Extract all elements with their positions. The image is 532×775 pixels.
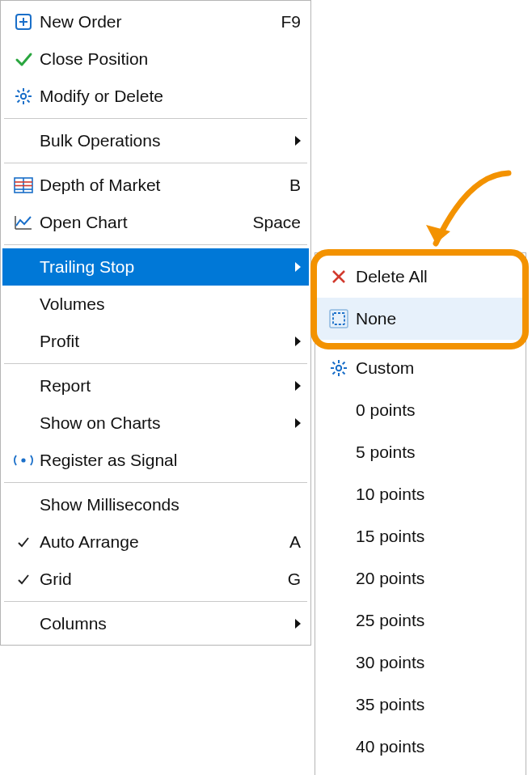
menu-item-show-on-charts[interactable]: Show on Charts: [2, 404, 309, 442]
context-menu: New Order F9 Close Position: [0, 0, 311, 646]
submenu-item-points[interactable]: 10 points: [317, 473, 524, 515]
menu-separator: [319, 343, 522, 344]
submenu-arrow-icon: [295, 619, 301, 629]
svg-point-22: [336, 366, 341, 371]
svg-line-30: [343, 362, 345, 365]
menu-label: Report: [40, 376, 287, 396]
signal-icon: [7, 453, 40, 468]
submenu-label: None: [356, 309, 516, 328]
submenu-item-points[interactable]: 15 points: [317, 515, 524, 557]
svg-line-10: [18, 100, 20, 103]
checkmark-icon: [7, 572, 40, 587]
submenu-label: 25 points: [356, 611, 516, 630]
menu-label: Volumes: [40, 294, 301, 314]
svg-point-17: [21, 458, 25, 462]
menu-separator: [4, 363, 307, 364]
menu-item-grid[interactable]: Grid G: [2, 561, 309, 598]
menu-item-depth-of-market[interactable]: Depth of Market B: [2, 167, 309, 204]
menu-item-open-chart[interactable]: Open Chart Space: [2, 204, 309, 241]
callout-arrow-icon: [379, 167, 517, 264]
submenu-label: 0 points: [356, 400, 516, 420]
new-order-icon: [7, 12, 40, 32]
menu-separator: [4, 163, 307, 163]
checkmark-icon: [7, 535, 40, 549]
submenu-arrow-icon: [295, 262, 301, 272]
menu-item-profit[interactable]: Profit: [2, 323, 309, 360]
menu-label: Columns: [40, 614, 287, 633]
menu-item-auto-arrange[interactable]: Auto Arrange A: [2, 523, 309, 561]
menu-label: Profit: [40, 332, 287, 351]
svg-marker-31: [426, 225, 450, 244]
menu-label: Trailing Stop: [40, 257, 287, 277]
submenu-item-points[interactable]: 35 points: [317, 684, 524, 726]
menu-separator: [4, 118, 307, 119]
menu-label: Close Position: [40, 49, 301, 69]
menu-shortcut: A: [289, 532, 301, 552]
menu-shortcut: G: [288, 570, 301, 589]
svg-point-3: [21, 94, 26, 99]
submenu-label: 30 points: [356, 653, 516, 672]
gear-icon: [7, 87, 40, 106]
submenu-label: Delete All: [356, 267, 516, 286]
submenu-label: 15 points: [356, 527, 516, 546]
menu-item-report[interactable]: Report: [2, 367, 309, 404]
menu-label: Show on Charts: [40, 413, 287, 433]
submenu-arrow-icon: [295, 136, 301, 146]
submenu-item-delete-all[interactable]: Delete All: [317, 256, 524, 298]
menu-label: Auto Arrange: [40, 532, 281, 552]
submenu-arrow-icon: [295, 381, 301, 391]
menu-shortcut: Space: [252, 213, 301, 232]
menu-separator: [4, 482, 307, 483]
submenu-item-points[interactable]: 5 points: [317, 431, 524, 473]
menu-label: Depth of Market: [40, 176, 281, 195]
menu-item-columns[interactable]: Columns: [2, 605, 309, 642]
submenu-item-points[interactable]: 20 points: [317, 557, 524, 599]
menu-label: Show Milliseconds: [40, 495, 301, 515]
chart-icon: [7, 214, 40, 231]
submenu-item-custom[interactable]: Custom: [317, 347, 524, 389]
menu-item-register-signal[interactable]: Register as Signal: [2, 442, 309, 479]
menu-separator: [4, 601, 307, 602]
submenu-item-points[interactable]: 40 points: [317, 726, 524, 768]
svg-line-29: [333, 372, 336, 375]
menu-item-trailing-stop[interactable]: Trailing Stop: [2, 248, 309, 286]
menu-shortcut: F9: [281, 12, 301, 32]
submenu-label: 35 points: [356, 695, 516, 714]
svg-line-28: [343, 372, 345, 375]
submenu-label: 10 points: [356, 485, 516, 504]
submenu-arrow-icon: [295, 418, 301, 428]
menu-separator: [4, 244, 307, 245]
svg-line-9: [27, 100, 30, 103]
submenu-label: 20 points: [356, 569, 516, 588]
menu-label: New Order: [40, 12, 272, 32]
close-icon: [322, 268, 356, 286]
submenu-label: 40 points: [356, 737, 516, 756]
submenu-arrow-icon: [295, 337, 301, 346]
menu-item-volumes[interactable]: Volumes: [2, 286, 309, 323]
menu-item-show-milliseconds[interactable]: Show Milliseconds: [2, 486, 309, 523]
menu-item-bulk-operations[interactable]: Bulk Operations: [2, 122, 309, 159]
menu-shortcut: B: [289, 176, 301, 195]
menu-label: Open Chart: [40, 213, 244, 232]
check-icon: [7, 49, 40, 69]
submenu-label: Custom: [356, 358, 516, 378]
depth-icon: [7, 177, 40, 193]
menu-item-modify-delete[interactable]: Modify or Delete: [2, 78, 309, 115]
submenu-item-points[interactable]: 45 points: [317, 768, 524, 775]
submenu-item-none[interactable]: None: [317, 298, 524, 340]
menu-item-close-position[interactable]: Close Position: [2, 40, 309, 78]
trailing-stop-submenu: Delete All None: [315, 252, 526, 775]
submenu-item-points[interactable]: 30 points: [317, 642, 524, 684]
submenu-label: 5 points: [356, 443, 516, 462]
svg-line-11: [27, 91, 30, 93]
menu-label: Bulk Operations: [40, 131, 287, 150]
submenu-item-points[interactable]: 25 points: [317, 599, 524, 642]
menu-label: Register as Signal: [40, 451, 301, 470]
menu-label: Modify or Delete: [40, 87, 301, 106]
svg-line-27: [333, 362, 336, 365]
submenu-item-points[interactable]: 0 points: [317, 389, 524, 431]
menu-item-new-order[interactable]: New Order F9: [2, 3, 309, 40]
svg-line-8: [18, 91, 20, 93]
none-icon: [322, 308, 356, 329]
gear-icon: [322, 358, 356, 378]
